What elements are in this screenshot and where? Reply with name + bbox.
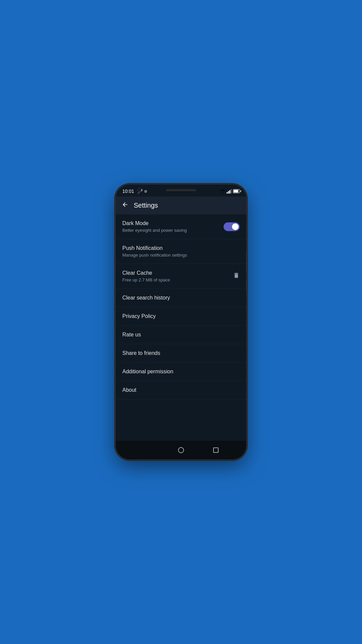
battery-icon bbox=[233, 189, 240, 193]
nav-bar bbox=[116, 441, 246, 460]
wifi-icon bbox=[220, 189, 225, 193]
nav-back-button[interactable] bbox=[141, 447, 152, 453]
clear-search-text: Clear search history bbox=[122, 295, 240, 301]
rate-us-text: Rate us bbox=[122, 332, 240, 338]
notification-icon: ⊘ bbox=[144, 189, 147, 194]
phone-screen: 10:01 🎤 ⊘ bbox=[116, 184, 246, 460]
push-notification-text: Push Notification Manage push notificati… bbox=[122, 245, 240, 258]
settings-item-about[interactable]: About bbox=[116, 381, 246, 399]
toggle-knob bbox=[232, 223, 239, 230]
settings-item-clear-search[interactable]: Clear search history bbox=[116, 289, 246, 307]
settings-item-share[interactable]: Share to friends bbox=[116, 344, 246, 363]
additional-permission-text: Additional permission bbox=[122, 369, 240, 375]
settings-item-rate-us[interactable]: Rate us bbox=[116, 326, 246, 344]
clear-search-title: Clear search history bbox=[122, 295, 240, 301]
settings-content: Dark Mode Better eyesight and power savi… bbox=[116, 214, 246, 441]
nav-recent-button[interactable] bbox=[210, 445, 221, 455]
nav-home-button[interactable] bbox=[175, 444, 187, 456]
settings-item-clear-cache[interactable]: Clear Cache Free up 2.7 MB of space bbox=[116, 264, 246, 289]
status-right bbox=[220, 189, 240, 194]
phone-frame: 10:01 🎤 ⊘ bbox=[116, 184, 246, 460]
app-bar-title: Settings bbox=[134, 202, 158, 209]
nav-recent-icon bbox=[213, 447, 219, 453]
push-notification-title: Push Notification bbox=[122, 245, 240, 251]
camera bbox=[137, 188, 141, 192]
back-button[interactable] bbox=[122, 201, 128, 210]
nav-home-icon bbox=[178, 447, 184, 453]
side-button-volume bbox=[246, 252, 246, 272]
privacy-policy-title: Privacy Policy bbox=[122, 313, 240, 319]
settings-item-push-notification[interactable]: Push Notification Manage push notificati… bbox=[116, 239, 246, 264]
side-button-power bbox=[246, 278, 246, 292]
status-bar: 10:01 🎤 ⊘ bbox=[116, 184, 246, 197]
about-text: About bbox=[122, 387, 240, 393]
share-title: Share to friends bbox=[122, 350, 240, 356]
about-title: About bbox=[122, 387, 240, 393]
status-time: 10:01 bbox=[122, 189, 134, 194]
trash-icon[interactable] bbox=[233, 272, 240, 280]
dark-mode-subtitle: Better eyesight and power saving bbox=[122, 228, 224, 233]
rate-us-title: Rate us bbox=[122, 332, 240, 338]
clear-cache-text: Clear Cache Free up 2.7 MB of space bbox=[122, 270, 233, 282]
signal-icon bbox=[227, 189, 232, 194]
privacy-policy-text: Privacy Policy bbox=[122, 313, 240, 319]
settings-item-dark-mode[interactable]: Dark Mode Better eyesight and power savi… bbox=[116, 214, 246, 239]
share-text: Share to friends bbox=[122, 350, 240, 356]
dark-mode-toggle[interactable] bbox=[224, 222, 240, 231]
settings-item-privacy-policy[interactable]: Privacy Policy bbox=[116, 307, 246, 326]
settings-item-additional-permission[interactable]: Additional permission bbox=[116, 363, 246, 381]
dark-mode-title: Dark Mode bbox=[122, 220, 224, 226]
additional-permission-title: Additional permission bbox=[122, 369, 240, 375]
dark-mode-text: Dark Mode Better eyesight and power savi… bbox=[122, 220, 224, 233]
app-bar: Settings bbox=[116, 197, 246, 214]
clear-cache-title: Clear Cache bbox=[122, 270, 233, 276]
status-left: 10:01 🎤 ⊘ bbox=[122, 189, 147, 194]
push-notification-subtitle: Manage push notification settings bbox=[122, 253, 240, 258]
clear-cache-subtitle: Free up 2.7 MB of space bbox=[122, 277, 233, 282]
